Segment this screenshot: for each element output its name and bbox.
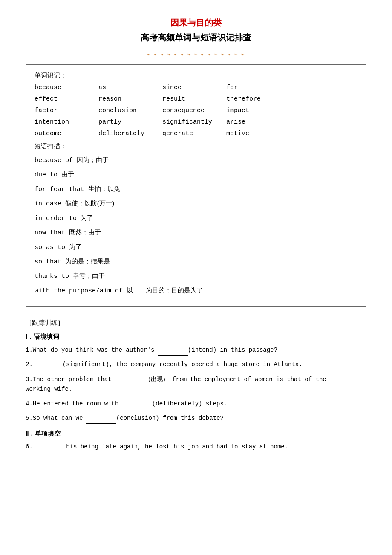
word-therefore: therefore — [226, 95, 290, 103]
word-since: since — [162, 84, 226, 91]
phrase-now-that: now that 既然；由于 — [35, 227, 357, 238]
page-title-red: 因果与目的类 — [26, 17, 366, 29]
word-arise: arise — [226, 119, 290, 126]
exercise-item-4: 4.He entered the room with (deliberately… — [26, 399, 366, 409]
word-row-5: outcome deliberately generate motive — [35, 130, 357, 137]
word-section-label: 单词识记： — [35, 72, 357, 80]
exercise-item-2: 2.(significant), the company recently op… — [26, 360, 366, 370]
phrase-due-to: due to 由于 — [35, 169, 357, 180]
word-generate: generate — [162, 130, 226, 137]
word-impact: impact — [226, 107, 290, 114]
blank-3 — [115, 384, 145, 384]
word-motive: motive — [226, 130, 290, 137]
phrase-so-as-to: so as to 为了 — [35, 242, 357, 253]
word-factor: factor — [35, 107, 98, 114]
page-title-black: 高考高频单词与短语识记排查 — [26, 32, 366, 43]
exercise-section: ［跟踪训练］ Ⅰ．语境填词 1.What do you think was th… — [26, 319, 366, 452]
blank-6 — [33, 452, 63, 452]
phrase-section-label: 短语扫描： — [35, 142, 357, 150]
blank-4 — [122, 409, 152, 409]
word-outcome: outcome — [35, 130, 98, 137]
blank-2 — [33, 370, 63, 370]
subtitle-decoration: ❧ ❧ ❧ ❧ ❧ ❧ ❧ ❧ ❧ ❧ ❧ ❧ ❧ ❧ ❧ — [26, 52, 366, 58]
word-effect: effect — [35, 95, 98, 103]
part1-header: Ⅰ．语境填词 — [26, 333, 366, 341]
word-reason: reason — [98, 95, 162, 103]
exercise-item-1: 1.What do you think was the author's (in… — [26, 345, 366, 356]
word-row-1: because as since for — [35, 84, 357, 91]
word-deliberately: deliberately — [98, 130, 162, 137]
word-consequence: consequence — [162, 107, 226, 114]
blank-1 — [158, 355, 188, 356]
word-because: because — [35, 84, 98, 91]
vocab-box: 单词识记： because as since for effect reason… — [26, 64, 366, 307]
blank-5 — [86, 423, 116, 424]
phrase-with-purpose: with the purpose/aim of 以……为目的；目的是为了 — [35, 285, 357, 296]
word-for: for — [226, 84, 290, 91]
word-intention: intention — [35, 119, 98, 126]
word-row-4: intention partly significantly arise — [35, 119, 357, 126]
phrase-because-of: because of 因为；由于 — [35, 155, 357, 166]
word-partly: partly — [98, 119, 162, 126]
exercise-item-5: 5.So what can we (conclusion) from this … — [26, 413, 366, 424]
exercise-item-3: 3.The other problem that （出现） from the e… — [26, 374, 366, 395]
word-result: result — [162, 95, 226, 103]
phrase-in-order-to: in order to 为了 — [35, 213, 357, 224]
phrase-for-fear-that: for fear that 生怕；以免 — [35, 184, 357, 195]
phrase-in-case: in case 假使；以防(万一) — [35, 198, 357, 209]
word-significantly: significantly — [162, 119, 226, 126]
word-as: as — [98, 84, 162, 91]
part2-header: Ⅱ．单项填空 — [26, 430, 366, 438]
phrase-so-that: so that 为的是；结果是 — [35, 256, 357, 267]
word-conclusion: conclusion — [98, 107, 162, 114]
exercise-item-6: 6. his being late again, he lost his job… — [26, 442, 366, 452]
word-row-3: factor conclusion consequence impact — [35, 107, 357, 114]
word-row-2: effect reason result therefore — [35, 95, 357, 103]
exercise-header: ［跟踪训练］ — [26, 319, 366, 327]
phrase-thanks-to: thanks to 幸亏；由于 — [35, 271, 357, 282]
